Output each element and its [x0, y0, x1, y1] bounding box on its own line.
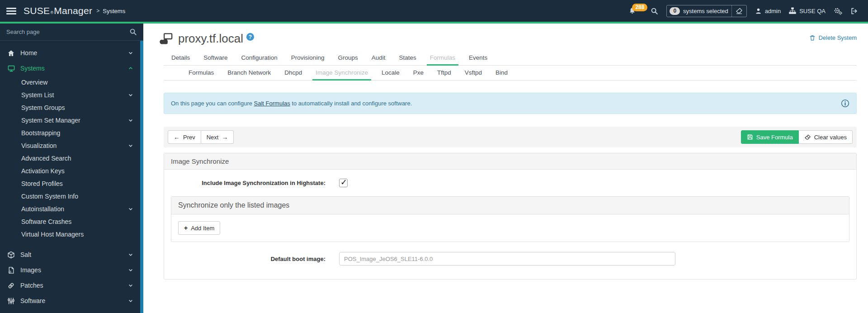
- sidebar-item-stored-profiles[interactable]: Stored Profiles: [0, 177, 143, 190]
- clear-values-button[interactable]: Clear values: [799, 130, 853, 144]
- organization-menu[interactable]: SUSE QA: [789, 7, 826, 14]
- gears-icon: [834, 7, 842, 15]
- eraser-icon: [736, 7, 743, 14]
- save-floppy-icon: [747, 134, 753, 140]
- tab-events[interactable]: Events: [466, 51, 491, 65]
- page-title: proxy.tf.local: [178, 31, 243, 46]
- sidebar-item-autoinstallation[interactable]: Autoinstallation: [0, 203, 143, 215]
- secondary-tabs: Formulas Branch Network Dhcpd Image Sync…: [164, 66, 857, 81]
- next-button[interactable]: Next →: [201, 130, 234, 144]
- sidebar-item-virtual-host-managers[interactable]: Virtual Host Managers: [0, 228, 143, 241]
- sidebar-item-images[interactable]: Images: [0, 262, 143, 278]
- sidebar-item-overview[interactable]: Overview: [0, 76, 143, 89]
- default-boot-image-label: Default boot image:: [171, 256, 326, 262]
- chevron-down-icon: [128, 92, 133, 98]
- admin-settings-button[interactable]: [834, 7, 842, 15]
- panel-title: Image Synchronize: [164, 153, 856, 170]
- prev-next-group: ← Prev Next →: [168, 130, 234, 144]
- bandage-icon: [7, 282, 16, 289]
- sidebar-item-system-list[interactable]: System List: [0, 89, 143, 101]
- image-file-icon: [7, 266, 16, 274]
- sidebar-item-salt[interactable]: Salt: [0, 247, 143, 262]
- sidebar-item-system-set-manager[interactable]: System Set Manager: [0, 114, 143, 127]
- chevron-down-icon: [128, 267, 133, 273]
- subtab-formulas[interactable]: Formulas: [185, 66, 217, 80]
- info-alert-text: On this page you can configure Salt Form…: [171, 100, 841, 107]
- image-synchronize-panel: Image Synchronize Include Image Synchron…: [164, 153, 857, 280]
- arrow-right-icon: →: [222, 133, 228, 141]
- arrow-left-icon: ←: [174, 133, 180, 141]
- clear-selection-button[interactable]: [731, 5, 746, 17]
- subtab-tftpd[interactable]: Tftpd: [434, 66, 454, 80]
- sidebar-item-bootstrapping[interactable]: Bootstrapping: [0, 127, 143, 139]
- trash-icon: [809, 34, 816, 41]
- default-boot-image-input[interactable]: [339, 252, 675, 266]
- breadcrumb[interactable]: Systems: [103, 8, 125, 14]
- cube-icon: [7, 251, 16, 259]
- sidebar-item-system-groups[interactable]: System Groups: [0, 101, 143, 114]
- tab-configuration[interactable]: Configuration: [238, 51, 281, 65]
- chevron-down-icon: [128, 206, 133, 212]
- brand-manager: Manager: [54, 5, 92, 16]
- main-content: proxy.tf.local ? Delete System Details S…: [143, 24, 868, 313]
- info-alert: On this page you can configure Salt Form…: [164, 93, 857, 114]
- tab-states[interactable]: States: [396, 51, 419, 65]
- sidebar-item-visualization[interactable]: Visualization: [0, 139, 143, 152]
- organization-sitemap-icon: [789, 7, 796, 14]
- organization-label: SUSE QA: [799, 8, 826, 14]
- prev-button[interactable]: ← Prev: [168, 130, 201, 144]
- sidebar-item-advanced-search[interactable]: Advanced Search: [0, 152, 143, 165]
- tab-software[interactable]: Software: [200, 51, 231, 65]
- subtab-locale[interactable]: Locale: [378, 66, 403, 80]
- highstate-label: Include Image Synchronization in Highsta…: [171, 180, 326, 186]
- tab-provisioning[interactable]: Provisioning: [288, 51, 328, 65]
- plus-icon: +: [184, 224, 188, 232]
- monitor-icon: [7, 65, 16, 72]
- brand-logo[interactable]: SUSE®Manager: [24, 5, 92, 16]
- help-icon[interactable]: ?: [246, 33, 254, 41]
- system-selection-pill[interactable]: 0 systems selected: [666, 5, 746, 17]
- sidebar-item-software-crashes[interactable]: Software Crashes: [0, 215, 143, 228]
- sidebar: Home Systems Overview System List System…: [0, 24, 143, 313]
- user-icon: [755, 8, 762, 14]
- sidebar-search-input[interactable]: [6, 28, 129, 35]
- subtab-branch-network[interactable]: Branch Network: [224, 66, 274, 80]
- tab-groups[interactable]: Groups: [335, 51, 361, 65]
- subtab-bind[interactable]: Bind: [492, 66, 511, 80]
- subtab-dhcpd[interactable]: Dhcpd: [281, 66, 305, 80]
- sidebar-item-software[interactable]: Software: [0, 293, 143, 308]
- sign-out-icon: [850, 7, 858, 15]
- sidebar-item-home[interactable]: Home: [0, 45, 143, 61]
- hamburger-menu-icon[interactable]: [6, 6, 16, 16]
- user-menu[interactable]: admin: [755, 8, 781, 14]
- notifications-button[interactable]: 288: [628, 7, 636, 15]
- salt-formulas-link[interactable]: Salt Formulas: [254, 100, 290, 107]
- chevron-down-icon: [128, 143, 133, 148]
- info-circle-icon[interactable]: [841, 99, 849, 108]
- sidebar-item-custom-system-info[interactable]: Custom System Info: [0, 190, 143, 203]
- sliders-icon: [7, 297, 16, 305]
- proxy-system-icon: [158, 33, 174, 45]
- sidebar-item-systems[interactable]: Systems: [0, 61, 143, 76]
- subtab-vsftpd[interactable]: Vsftpd: [462, 66, 485, 80]
- add-item-button[interactable]: + Add Item: [178, 221, 220, 235]
- global-search-button[interactable]: [651, 7, 658, 15]
- tab-formulas[interactable]: Formulas: [427, 51, 458, 65]
- logout-button[interactable]: [850, 7, 858, 15]
- sidebar-search: [0, 24, 143, 41]
- sidebar-item-activation-keys[interactable]: Activation Keys: [0, 165, 143, 177]
- sidebar-search-button[interactable]: [129, 28, 137, 36]
- highstate-checkbox[interactable]: ✓: [339, 179, 348, 187]
- chevron-down-icon: [128, 118, 133, 123]
- tab-audit[interactable]: Audit: [368, 51, 389, 65]
- eraser-icon: [804, 134, 811, 141]
- tab-details[interactable]: Details: [168, 51, 193, 65]
- subtab-pxe[interactable]: Pxe: [410, 66, 427, 80]
- sidebar-scrollbar[interactable]: [140, 41, 143, 313]
- save-formula-button[interactable]: Save Formula: [741, 130, 799, 144]
- sidebar-item-patches[interactable]: Patches: [0, 278, 143, 293]
- delete-system-link[interactable]: Delete System: [809, 34, 857, 41]
- subtab-image-synchronize[interactable]: Image Synchronize: [312, 66, 371, 80]
- chevron-down-icon: [128, 50, 133, 56]
- brand-suse: SUSE: [24, 5, 50, 16]
